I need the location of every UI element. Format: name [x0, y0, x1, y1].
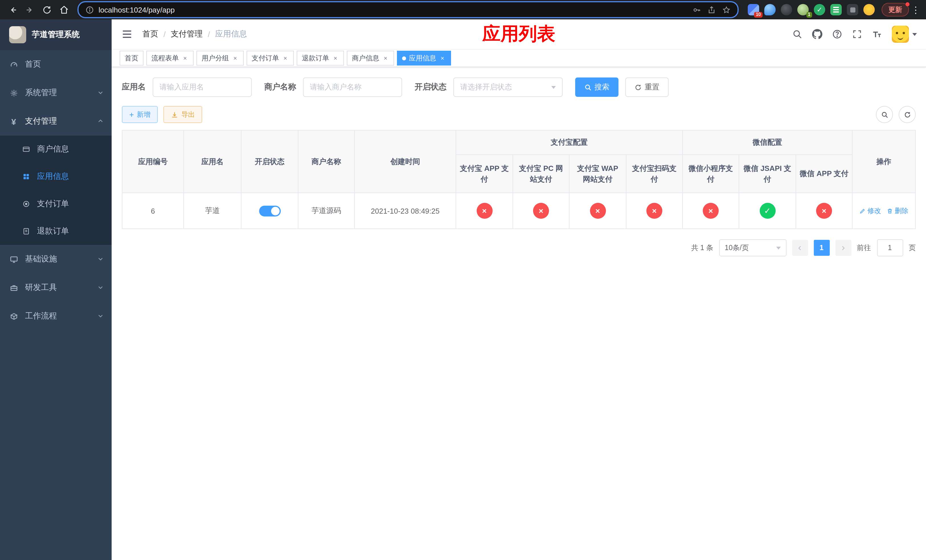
browser-menu-button[interactable]: ⋮ — [910, 4, 921, 15]
col-operations: 操作 — [852, 130, 915, 193]
share-icon[interactable] — [707, 5, 716, 14]
tab-home[interactable]: 首页 — [120, 51, 144, 65]
password-key-icon[interactable] — [693, 5, 701, 14]
tab-close-icon[interactable]: × — [182, 55, 189, 62]
alipay-pc-config-icon[interactable]: × — [533, 203, 549, 219]
filter-form: 应用名 请输入应用名 商户名称 请输入商户名称 开启状态 请选择开启状态 — [122, 77, 916, 97]
extension-icon-2[interactable] — [764, 4, 776, 15]
trash-icon — [887, 207, 893, 214]
col-wechat-mini: 微信小程序支付 — [682, 155, 739, 193]
extension-icon-6[interactable] — [830, 4, 842, 15]
tab-process-form[interactable]: 流程表单 × — [146, 51, 194, 65]
search-button[interactable]: 搜索 — [575, 77, 619, 97]
active-tab-dot — [402, 56, 406, 60]
page-unit-label: 页 — [909, 243, 916, 253]
avatar-caret-icon — [912, 33, 917, 36]
alipay-wap-config-icon[interactable]: × — [590, 203, 606, 219]
app-table: 应用编号 应用名 开启状态 商户名称 创建时间 支付宝配置 微信配置 操作 支付… — [122, 130, 916, 229]
font-size-icon[interactable] — [872, 29, 882, 39]
edit-button[interactable]: 修改 — [859, 206, 881, 216]
browser-back-button[interactable] — [5, 2, 21, 18]
add-button-label: 新增 — [137, 110, 150, 120]
extensions-tray: 10 1 ✓ — [744, 4, 878, 15]
tab-refund-order[interactable]: 退款订单 × — [297, 51, 344, 65]
sidebar: 芋道管理系统 首页 系统管理 — [0, 20, 112, 560]
alipay-scan-config-icon[interactable]: × — [646, 203, 662, 219]
sidebar-toggle-icon[interactable] — [121, 28, 133, 41]
status-toggle[interactable] — [259, 205, 280, 216]
page-size-select[interactable]: 10条/页 — [719, 239, 786, 256]
app-name-input[interactable]: 请输入应用名 — [153, 77, 252, 97]
page-number-button[interactable]: 1 — [814, 240, 829, 256]
page-content: 应用名 请输入应用名 商户名称 请输入商户名称 开启状态 请选择开启状态 — [112, 67, 926, 268]
page-info-icon[interactable] — [85, 5, 94, 14]
search-icon[interactable] — [792, 29, 802, 39]
chevron-down-icon — [97, 255, 104, 264]
sidebar-item-pay-order[interactable]: 支付订单 — [0, 190, 112, 218]
sidebar-item-refund-order[interactable]: 退款订单 — [0, 218, 112, 245]
merchant-name-placeholder: 请输入商户名称 — [310, 82, 362, 92]
tab-label: 用户分组 — [201, 53, 229, 63]
tab-user-group[interactable]: 用户分组 × — [197, 51, 244, 65]
sidebar-item-app-info[interactable]: 应用信息 — [0, 163, 112, 190]
cell-merchant: 芋道源码 — [298, 193, 354, 229]
sidebar-item-pay[interactable]: ¥ 支付管理 — [0, 107, 112, 136]
sidebar-item-workflow[interactable]: 工作流程 — [0, 302, 112, 330]
gear-icon — [9, 88, 18, 97]
extension-icon-5[interactable]: ✓ — [814, 4, 825, 15]
browser-forward-button[interactable] — [22, 2, 38, 18]
tab-pay-order[interactable]: 支付订单 × — [247, 51, 294, 65]
extension-icon-4[interactable]: 1 — [797, 4, 809, 15]
breadcrumb-pay[interactable]: 支付管理 — [171, 29, 203, 39]
sidebar-item-merchant-info[interactable]: 商户信息 — [0, 136, 112, 163]
user-avatar-menu[interactable] — [892, 26, 917, 43]
tab-close-icon[interactable]: × — [439, 55, 446, 62]
extension-icon-7[interactable] — [847, 4, 858, 15]
delete-button[interactable]: 删除 — [887, 206, 908, 216]
extension-badge-green: 1 — [806, 12, 812, 18]
goto-page-input[interactable] — [877, 239, 903, 256]
wechat-mini-config-icon[interactable]: × — [703, 203, 719, 219]
reset-button-label: 重置 — [645, 82, 660, 92]
extension-icon-3[interactable] — [781, 4, 792, 15]
bookmark-star-icon[interactable] — [722, 5, 731, 14]
fullscreen-icon[interactable] — [852, 29, 862, 39]
tab-merchant-info[interactable]: 商户信息 × — [347, 51, 394, 65]
tab-close-icon[interactable]: × — [232, 55, 239, 62]
prev-page-button[interactable] — [792, 240, 808, 256]
sidebar-item-system[interactable]: 系统管理 — [0, 79, 112, 107]
sidebar-item-label: 首页 — [25, 59, 41, 70]
tab-label: 退款订单 — [302, 53, 329, 63]
browser-update-button[interactable]: 更新 — [882, 3, 909, 17]
tab-close-icon[interactable]: × — [332, 55, 339, 62]
reset-button[interactable]: 重置 — [625, 77, 669, 97]
status-select[interactable]: 请选择开启状态 — [453, 77, 563, 97]
tab-close-icon[interactable]: × — [382, 55, 389, 62]
help-icon[interactable] — [832, 29, 842, 39]
address-bar[interactable]: localhost:1024/pay/app — [77, 1, 738, 18]
tab-close-icon[interactable]: × — [282, 55, 289, 62]
tab-app-info[interactable]: 应用信息 × — [397, 51, 451, 65]
yuan-icon: ¥ — [9, 117, 18, 126]
sidebar-item-home[interactable]: 首页 — [0, 50, 112, 79]
monitor-icon — [9, 255, 18, 264]
extension-icon-1[interactable]: 10 — [748, 4, 759, 15]
next-page-button[interactable] — [835, 240, 851, 256]
wechat-app-config-icon[interactable]: × — [816, 203, 832, 219]
add-button[interactable]: + 新增 — [122, 106, 158, 123]
github-icon[interactable] — [812, 29, 822, 39]
user-avatar[interactable] — [892, 26, 909, 43]
browser-reload-button[interactable] — [39, 2, 54, 18]
browser-home-button[interactable] — [56, 2, 72, 18]
refresh-table-button[interactable] — [899, 106, 916, 123]
merchant-name-input[interactable]: 请输入商户名称 — [303, 77, 402, 97]
app-logo[interactable]: 芋道管理系统 — [0, 20, 112, 50]
breadcrumb-home[interactable]: 首页 — [142, 29, 158, 39]
alipay-app-config-icon[interactable]: × — [477, 203, 492, 219]
extension-icon-8[interactable] — [863, 4, 875, 15]
toggle-search-button[interactable] — [876, 106, 893, 123]
export-button[interactable]: 导出 — [163, 106, 202, 123]
sidebar-item-devtools[interactable]: 研发工具 — [0, 274, 112, 302]
sidebar-item-infrastructure[interactable]: 基础设施 — [0, 245, 112, 274]
wechat-jsapi-config-icon[interactable]: ✓ — [760, 203, 775, 219]
